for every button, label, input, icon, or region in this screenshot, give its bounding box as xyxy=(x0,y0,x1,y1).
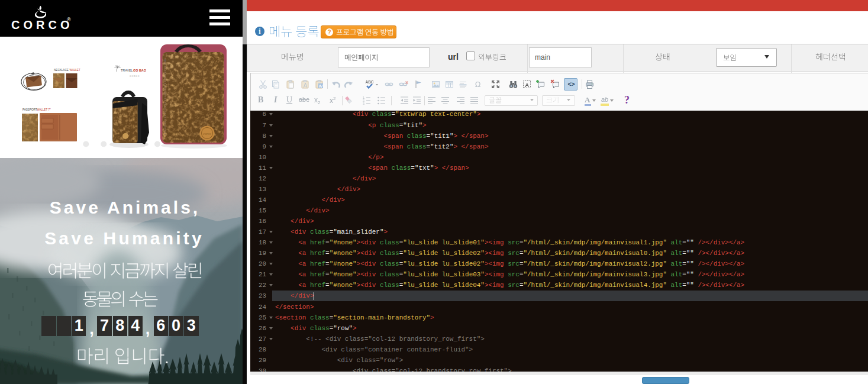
svg-text:3.: 3. xyxy=(363,102,365,105)
svg-text:Ω: Ω xyxy=(475,80,480,89)
svg-text:A: A xyxy=(525,81,529,88)
svg-text:A: A xyxy=(303,82,307,89)
svg-text:<>: <> xyxy=(567,82,575,88)
svg-text:C O R C O: C O R C O xyxy=(130,75,140,78)
svg-text:TRAVEL: TRAVEL xyxy=(121,69,133,72)
svg-text:WALLET 7": WALLET 7" xyxy=(37,108,51,111)
svg-text:PASSPORT: PASSPORT xyxy=(22,108,37,111)
svg-text:corco: corco xyxy=(203,132,211,135)
svg-text:GO BAG: GO BAG xyxy=(133,69,146,72)
svg-text:W: W xyxy=(318,83,322,88)
svg-text:ABC: ABC xyxy=(365,80,373,84)
svg-text:WALLET: WALLET xyxy=(70,69,80,72)
svg-text:NECKLACE: NECKLACE xyxy=(54,69,69,72)
